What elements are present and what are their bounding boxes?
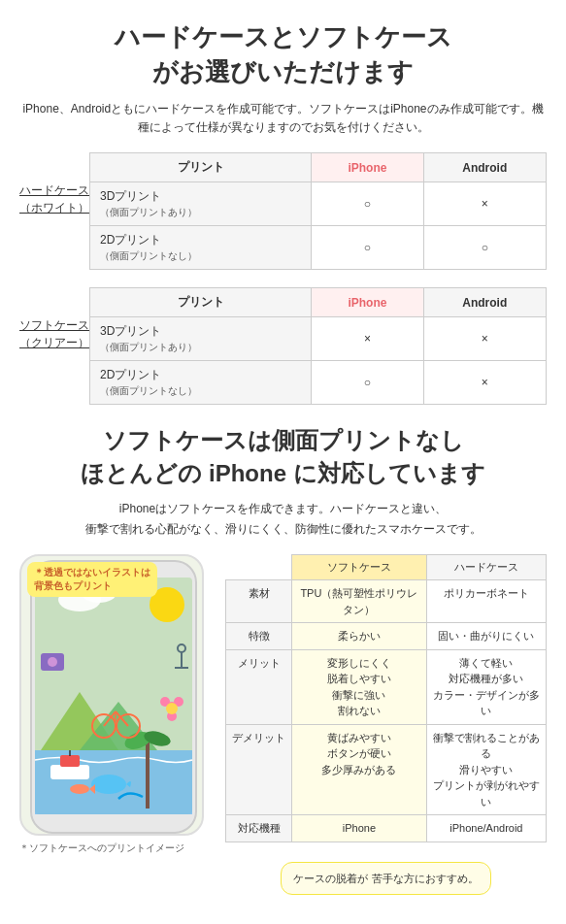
table-row: 3Dプリント（側面プリントあり） × × xyxy=(90,317,547,361)
sticker-note: ＊透過ではないイラストは背景色もプリント xyxy=(27,562,157,597)
hard-case-inner-table: プリント iPhone Android 3Dプリント（側面プリントあり） ○ ×… xyxy=(89,152,547,270)
hard-demerit: 衝撃で割れることがある滑りやすいプリントが剥がれやすい xyxy=(426,724,546,815)
table-row: 2Dプリント（側面プリントなし） ○ ○ xyxy=(90,226,547,270)
soft-compatible: iPhone xyxy=(292,815,427,842)
svg-rect-9 xyxy=(60,755,80,767)
section2-title: ソフトケースは側面プリントなしほとんどの iPhone に対応しています xyxy=(19,424,547,489)
print-cell: 3Dプリント（側面プリントあり） xyxy=(90,182,312,226)
iphone-cross: × xyxy=(312,317,423,361)
phone-image-area: ＊透過ではないイラストは背景色もプリント xyxy=(19,554,214,855)
comparison-table: ソフトケース ハードケース 素材 TPU（熱可塑性ポリウレタン） ポリカーボネー… xyxy=(225,554,547,842)
table-row: 特徴 柔らかい 固い・曲がりにくい xyxy=(226,623,547,650)
soft-col-header: ソフトケース xyxy=(292,555,427,580)
android-cross: × xyxy=(423,361,546,405)
table-row: デメリット 黄ばみやすいボタンが硬い多少厚みがある 衝撃で割れることがある滑りや… xyxy=(226,724,547,815)
section2-content: ＊透過ではないイラストは背景色もプリント xyxy=(19,554,547,895)
hard-material: ポリカーボネート xyxy=(426,580,546,623)
row-label-feature: 特徴 xyxy=(226,623,292,650)
page-wrapper: ハードケースとソフトケースがお選びいただけます iPhone、Androidとも… xyxy=(0,0,566,914)
section1-desc: iPhone、Androidともにハードケースを作成可能です。ソフトケースはiP… xyxy=(19,100,547,137)
android-cross: × xyxy=(423,182,546,226)
row-label-merit: メリット xyxy=(226,649,292,724)
soft-material: TPU（熱可塑性ポリウレタン） xyxy=(292,580,427,623)
iphone-circle: ○ xyxy=(312,182,423,226)
soft-feature: 柔らかい xyxy=(292,623,427,650)
print-cell: 3Dプリント（側面プリントあり） xyxy=(90,317,312,361)
soft-case-table: プリント iPhone Android 3Dプリント（側面プリントあり） × ×… xyxy=(89,287,547,405)
hard-col-header: ハードケース xyxy=(426,555,546,580)
row-label-material: 素材 xyxy=(226,580,292,623)
svg-point-26 xyxy=(91,775,126,794)
print-col-header: プリント xyxy=(90,153,312,182)
hard-feature: 固い・曲がりにくい xyxy=(426,623,546,650)
android-col-header1: Android xyxy=(423,153,546,182)
section1-title: ハードケースとソフトケースがお選びいただけます xyxy=(19,19,547,90)
print-col-header2: プリント xyxy=(90,288,312,317)
table-row: 2Dプリント（側面プリントなし） ○ × xyxy=(90,361,547,405)
iphone-circle: ○ xyxy=(312,361,423,405)
print-cell: 2Dプリント（側面プリントなし） xyxy=(90,226,312,270)
row-label-demerit: デメリット xyxy=(226,724,292,815)
hard-case-label: ハードケース（ホワイト） xyxy=(19,152,89,216)
phone-svg xyxy=(21,556,204,836)
print-cell: 2Dプリント（側面プリントなし） xyxy=(90,361,312,405)
table-row: 対応機種 iPhone iPhone/Android xyxy=(226,815,547,842)
svg-rect-8 xyxy=(50,765,89,779)
android-cross: × xyxy=(423,317,546,361)
iphone-col-header2: iPhone xyxy=(312,288,423,317)
soft-case-label: ソフトケース（クリアー） xyxy=(19,287,89,351)
iphone-col-header1: iPhone xyxy=(312,153,423,182)
soft-case-table-wrap: ソフトケース（クリアー） プリント iPhone Android 3Dプリント（… xyxy=(19,287,547,405)
soft-case-inner-table: プリント iPhone Android 3Dプリント（側面プリントあり） × ×… xyxy=(89,287,547,405)
table-row: メリット 変形しにくく脱着しやすい衝撃に強い割れない 薄くて軽い対応機種が多いカ… xyxy=(226,649,547,724)
soft-demerit: 黄ばみやすいボタンが硬い多少厚みがある xyxy=(292,724,427,815)
phone-illustration-container: ＊透過ではないイラストは背景色もプリント xyxy=(19,554,204,836)
section2: ソフトケースは側面プリントなしほとんどの iPhone に対応しています iPh… xyxy=(19,424,547,895)
hard-case-link[interactable]: ハードケース（ホワイト） xyxy=(19,183,89,214)
table-row: 3Dプリント（側面プリントあり） ○ × xyxy=(90,182,547,226)
section2-desc: iPhoneはソフトケースを作成できます。ハードケースと違い、衝撃で割れる心配が… xyxy=(19,499,547,539)
table-row: 素材 TPU（熱可塑性ポリウレタン） ポリカーボネート xyxy=(226,580,547,623)
svg-point-25 xyxy=(166,703,178,714)
hard-case-table-wrap: ハードケース（ホワイト） プリント iPhone Android 3Dプリント（… xyxy=(19,152,547,270)
hard-case-table: プリント iPhone Android 3Dプリント（側面プリントあり） ○ ×… xyxy=(89,152,547,270)
android-col-header2: Android xyxy=(423,288,546,317)
svg-point-20 xyxy=(48,657,57,667)
hard-merit: 薄くて軽い対応機種が多いカラー・デザインが多い xyxy=(426,649,546,724)
row-label-compatible: 対応機種 xyxy=(226,815,292,842)
svg-point-30 xyxy=(70,784,89,794)
phone-caption: ＊ソフトケースへのプリントイメージ xyxy=(19,842,214,855)
comparison-table-wrap: ソフトケース ハードケース 素材 TPU（熱可塑性ポリウレタン） ポリカーボネー… xyxy=(225,554,547,895)
hard-compatible: iPhone/Android xyxy=(426,815,546,842)
section1: ハードケースとソフトケースがお選びいただけます iPhone、Androidとも… xyxy=(19,19,547,405)
soft-case-link[interactable]: ソフトケース（クリアー） xyxy=(19,318,89,349)
soft-merit: 変形しにくく脱着しやすい衝撃に強い割れない xyxy=(292,649,427,724)
detach-bubble: ケースの脱着が 苦手な方におすすめ。 xyxy=(281,862,490,896)
iphone-circle: ○ xyxy=(312,226,423,270)
android-circle: ○ xyxy=(423,226,546,270)
